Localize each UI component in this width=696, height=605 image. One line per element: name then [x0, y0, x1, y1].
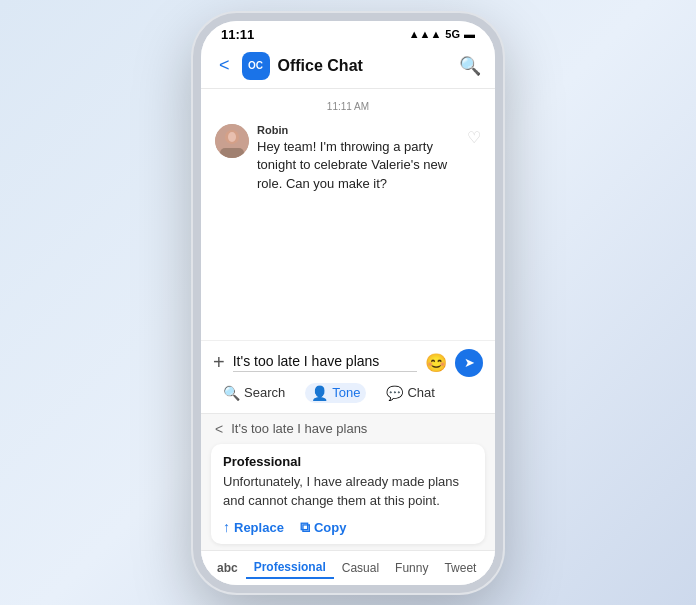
message-row: Robin Hey team! I'm throwing a party ton… [201, 120, 495, 199]
svg-point-2 [228, 132, 236, 142]
input-row: + 😊 ➤ [213, 349, 483, 377]
emoji-button[interactable]: 😊 [425, 352, 447, 374]
suggestion-panel: < It's too late I have plans Professiona… [201, 413, 495, 585]
chat-toolbar-button[interactable]: 💬 Chat [380, 383, 440, 403]
copy-icon: ⧉ [300, 519, 310, 536]
chat-avatar: OC [242, 52, 270, 80]
replace-button[interactable]: ↑ Replace [223, 519, 284, 536]
chat-timestamp: 11:11 AM [201, 97, 495, 120]
tone-toolbar-label: Tone [332, 385, 360, 400]
tone-toolbar-icon: 👤 [311, 385, 328, 401]
chat-area: 11:11 AM Robin Hey team! I'm throwing a … [201, 89, 495, 340]
input-area: + 😊 ➤ 🔍 Search 👤 Tone 💬 Chat [201, 340, 495, 413]
message-text: Hey team! I'm throwing a party tonight t… [257, 138, 459, 195]
rewrite-text: Unfortunately, I have already made plans… [223, 473, 473, 511]
chat-toolbar-label: Chat [407, 385, 434, 400]
tone-tab-professional[interactable]: Professional [246, 557, 334, 579]
replace-icon: ↑ [223, 519, 230, 535]
tone-tab-funny[interactable]: Funny [387, 558, 436, 578]
suggestion-preview-text: It's too late I have plans [231, 421, 481, 436]
tone-tab-tweet[interactable]: Tweet [436, 558, 484, 578]
copy-label: Copy [314, 520, 347, 535]
send-icon: ➤ [464, 355, 475, 370]
nav-bar: < OC Office Chat 🔍 [201, 46, 495, 89]
rewrite-tone-label: Professional [223, 454, 473, 469]
battery-icon: ▬ [464, 28, 475, 40]
chat-toolbar-icon: 💬 [386, 385, 403, 401]
chat-title: Office Chat [278, 57, 451, 75]
send-button[interactable]: ➤ [455, 349, 483, 377]
collapse-chevron[interactable]: < [215, 421, 223, 437]
tone-tabs: abc Professional Casual Funny Tweet [201, 550, 495, 585]
back-button[interactable]: < [215, 53, 234, 78]
search-toolbar-button[interactable]: 🔍 Search [217, 383, 291, 403]
plus-button[interactable]: + [213, 351, 225, 374]
tone-tab-abc[interactable]: abc [209, 558, 246, 578]
search-toolbar-icon: 🔍 [223, 385, 240, 401]
svg-rect-3 [220, 148, 244, 158]
heart-icon[interactable]: ♡ [467, 124, 481, 147]
signal-icon: ▲▲▲ [409, 28, 442, 40]
message-content: Robin Hey team! I'm throwing a party ton… [257, 124, 459, 195]
tone-toolbar-button[interactable]: 👤 Tone [305, 383, 366, 403]
status-icons: ▲▲▲ 5G ▬ [409, 28, 475, 40]
suggestion-header: < It's too late I have plans [201, 414, 495, 444]
status-time: 11:11 [221, 27, 254, 42]
message-input[interactable] [233, 353, 417, 372]
network-label: 5G [445, 28, 460, 40]
rewrite-card: Professional Unfortunately, I have alrea… [211, 444, 485, 544]
status-bar: 11:11 ▲▲▲ 5G ▬ [201, 21, 495, 46]
copy-button[interactable]: ⧉ Copy [300, 519, 347, 536]
phone-shell: 11:11 ▲▲▲ 5G ▬ < OC Office Chat 🔍 11:11 … [193, 13, 503, 593]
tone-tab-casual[interactable]: Casual [334, 558, 387, 578]
toolbar-row: 🔍 Search 👤 Tone 💬 Chat [213, 377, 483, 407]
message-sender: Robin [257, 124, 459, 136]
rewrite-actions: ↑ Replace ⧉ Copy [223, 519, 473, 536]
search-toolbar-label: Search [244, 385, 285, 400]
replace-label: Replace [234, 520, 284, 535]
avatar [215, 124, 249, 158]
search-icon[interactable]: 🔍 [459, 55, 481, 77]
